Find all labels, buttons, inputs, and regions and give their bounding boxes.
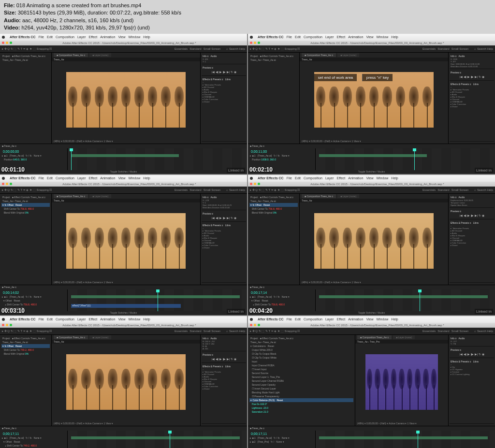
calc-row[interactable]: Blending Mode Hard Light bbox=[249, 390, 353, 394]
comp-breadcrumb[interactable]: Trees_Ae bbox=[52, 340, 200, 344]
calc-row[interactable]: ☑ Clip To Output White bbox=[249, 356, 353, 360]
panel-tab[interactable]: Project ■ Effect Controls Trees_Ae.ai ≡ bbox=[1, 195, 50, 199]
workspace-tab[interactable]: Small Screen bbox=[451, 47, 469, 50]
ae-toolbar[interactable]: ▸ ✥ Q ↻ ⬚ ✎ T ✒ ◈ ★ ⬚ Snapping ☒Essentia… bbox=[0, 45, 247, 53]
menu-item[interactable]: Window bbox=[376, 318, 388, 321]
layer-bar[interactable] bbox=[319, 295, 488, 298]
timecode[interactable]: 0;00;00;00 bbox=[1, 149, 66, 154]
workspace-tab[interactable]: Essentials bbox=[175, 188, 188, 191]
info-panel-title[interactable]: Info ≡ Audio bbox=[203, 55, 245, 58]
panel-tab[interactable]: Project ■ Effect Controls Trees_Ae.ai ≡ bbox=[249, 54, 298, 58]
layer-tab[interactable]: ■ Layer (none) bbox=[89, 53, 111, 57]
viewer-footer[interactable]: (48%) ▾ 0;00;00;00 ▫ (Half) ▾ Active Cam… bbox=[300, 139, 448, 144]
menu-item[interactable]: Effect bbox=[336, 176, 345, 180]
blend-original[interactable]: Blend With Original 0% bbox=[249, 211, 298, 215]
menu-item[interactable]: Effect bbox=[88, 318, 97, 321]
timeline-track[interactable] bbox=[316, 289, 495, 311]
menu-item[interactable]: Composition bbox=[304, 35, 322, 39]
effects-presets-title[interactable]: Effects & Presets ≡ Libra bbox=[203, 78, 245, 81]
minimize-icon[interactable] bbox=[6, 183, 8, 185]
menu-item[interactable]: File bbox=[39, 318, 44, 321]
comp-tab[interactable]: ■ Composition Trees_Ae ≡ bbox=[357, 335, 392, 339]
ae-toolbar[interactable]: ▸ ✥ Q ↻ ⬚ ✎ T ✒ ◈ ★ ⬚ Snapping ☒Essentia… bbox=[248, 328, 495, 335]
menu-item[interactable]: Help bbox=[391, 35, 398, 39]
comp-breadcrumb[interactable]: Trees_Ae bbox=[52, 58, 200, 61]
shift-prop[interactable]: ⬥ Shift Center To 756.8, 480.0 bbox=[249, 303, 314, 306]
timeline-tab[interactable]: ■ Trees_Ae ≡ bbox=[0, 285, 247, 289]
preview-panel-title[interactable]: Preview ≡ bbox=[203, 66, 245, 69]
workspace-tab[interactable]: Small Screen bbox=[204, 188, 221, 191]
viewer-footer[interactable]: (48%) ▾ 0;00;00;00 ▫ (Half) ▾ Active Cam… bbox=[355, 421, 448, 426]
ae-toolbar[interactable]: ▸ ✥ Q ↻ ⬚ ✎ T ✒ ◈ ★ ⬚ Snapping ☒Essentia… bbox=[0, 328, 247, 335]
apple-icon[interactable] bbox=[250, 177, 253, 180]
panel-tab[interactable]: Project ■ Effect Controls Trees_Ae.ai ≡ bbox=[249, 336, 353, 340]
menu-item[interactable]: Animation bbox=[100, 35, 115, 39]
preview-panel-title[interactable]: Preview ≡ bbox=[451, 210, 493, 213]
info-panel-title[interactable]: Info ≡ Audio bbox=[451, 196, 493, 199]
menu-item[interactable]: Composition bbox=[56, 35, 74, 39]
effects-presets-title[interactable]: Effects & Presets ≡ Libra bbox=[203, 224, 245, 227]
info-panel-title[interactable]: Info ≡ Audio bbox=[203, 196, 245, 199]
position-prop[interactable]: Position 1838.0, 360.0 bbox=[249, 158, 314, 161]
layer-tab[interactable]: ■ Layer (none) bbox=[89, 335, 111, 339]
timeline-tab[interactable]: ■ Trees_Ae ≡ bbox=[248, 144, 495, 148]
viewer-area[interactable]: set end of work areapress "n" key bbox=[300, 61, 448, 139]
calc-row[interactable]: Second Source bbox=[249, 371, 353, 375]
workspace-tab[interactable]: Small Screen bbox=[204, 330, 221, 332]
info-panel-title[interactable]: Info ≡ Audio bbox=[451, 55, 493, 58]
menu-item[interactable]: Window bbox=[128, 318, 140, 321]
menu-item[interactable]: Composition bbox=[304, 176, 322, 180]
blend-original[interactable]: Blend With Original 0% bbox=[1, 211, 50, 215]
playback-controls[interactable]: |◀ ◀| ▶ |▶ ▶| ↻ ◉ bbox=[451, 214, 493, 217]
workspace-tab[interactable]: Essentials bbox=[422, 330, 436, 332]
menu-item[interactable]: Effect bbox=[88, 176, 97, 180]
menu-item[interactable]: View bbox=[366, 176, 373, 180]
close-icon[interactable] bbox=[2, 324, 4, 326]
menu-item[interactable]: Window bbox=[376, 176, 388, 180]
close-icon[interactable] bbox=[250, 324, 252, 326]
search-help[interactable]: ⌕ Search Help bbox=[474, 188, 493, 191]
offset-prop[interactable]: ▾ Offset Reset bbox=[1, 299, 66, 303]
hue-title[interactable]: ▾ Color Balance (HLS) Reset bbox=[249, 398, 353, 402]
menu-item[interactable]: Edit bbox=[47, 318, 53, 321]
menu-item[interactable]: File bbox=[287, 35, 292, 39]
menu-item[interactable]: Effect bbox=[88, 35, 97, 39]
menu-item[interactable]: Window bbox=[376, 35, 388, 39]
minimize-icon[interactable] bbox=[254, 183, 256, 185]
close-icon[interactable] bbox=[2, 183, 4, 185]
effects-presets-title[interactable]: Effects & Presets ≡ Libra bbox=[203, 365, 245, 368]
shift-center[interactable]: Shift Center To 749.2, 480.0 bbox=[1, 348, 50, 352]
timeline-track[interactable] bbox=[68, 431, 247, 448]
workspace-tab[interactable]: Standard bbox=[437, 188, 449, 191]
menu-item[interactable]: View bbox=[366, 318, 373, 321]
minimize-icon[interactable] bbox=[6, 324, 8, 326]
comp-tab[interactable]: ■ Composition Trees_Ae ≡ bbox=[302, 194, 336, 198]
layer-row[interactable]: ▸ ■ 1 [Trees_Ae.ai] ↻ / fx None ▾ bbox=[249, 154, 314, 158]
offset-effect[interactable]: ▾ fx Offset Reset bbox=[1, 344, 50, 348]
preview-panel-title[interactable]: Preview ≡ bbox=[451, 348, 493, 351]
menu-item[interactable]: Edit bbox=[47, 35, 53, 39]
apple-icon[interactable] bbox=[2, 177, 5, 180]
timeline-tab[interactable]: ■ Trees_Ae ≡ bbox=[0, 426, 247, 431]
menu-item[interactable]: Effect bbox=[336, 318, 345, 321]
comp-tab[interactable]: ■ Composition Trees_Ae ≡ bbox=[54, 194, 88, 198]
ae-toolbar[interactable]: ▸ ✥ Q ↻ ⬚ ✎ T ✒ ◈ ★ ⬚ Snapping ☒Essentia… bbox=[248, 187, 495, 194]
menu-item[interactable]: Layer bbox=[325, 35, 334, 39]
info-panel-title[interactable]: Info ≡ Audio bbox=[203, 337, 245, 340]
workspace-tab[interactable]: Small Screen bbox=[451, 330, 469, 332]
menu-item[interactable]: Window bbox=[128, 176, 140, 180]
menu-item[interactable]: Help bbox=[391, 176, 398, 180]
layer-bar[interactable] bbox=[71, 436, 240, 439]
workspace-tab[interactable]: Standard bbox=[189, 47, 201, 50]
viewer-area[interactable] bbox=[52, 344, 200, 421]
viewer-footer[interactable]: (48%) ▾ 0;00;00;00 ▫ (Half) ▾ Active Cam… bbox=[52, 421, 200, 426]
menu-item[interactable]: Composition bbox=[56, 318, 74, 321]
layer-bar[interactable] bbox=[319, 436, 488, 439]
shift-prop[interactable]: ⬥ Shift Center To 749.2, 480.0 bbox=[1, 444, 66, 448]
maximize-icon[interactable] bbox=[10, 42, 12, 44]
preset-folder[interactable]: ▸ Distort bbox=[451, 105, 493, 108]
playback-controls[interactable]: |◀ ◀| ▶ |▶ ▶| ↻ ◉ bbox=[203, 216, 245, 219]
timecode[interactable]: 0;00;17;14 bbox=[249, 290, 314, 295]
menu-item[interactable]: Edit bbox=[295, 318, 301, 321]
viewer-footer[interactable]: (48%) ▾ 0;00;00;00 ▫ (Half) ▾ Active Cam… bbox=[52, 280, 200, 285]
